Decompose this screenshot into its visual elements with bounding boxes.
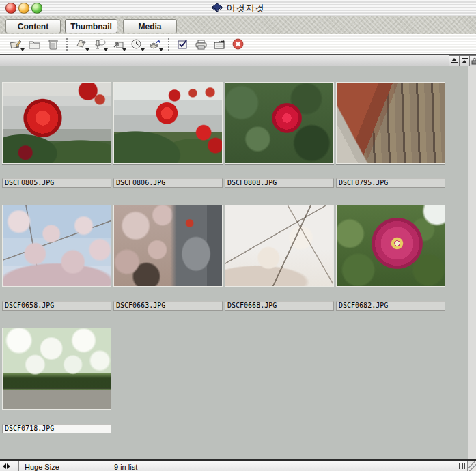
window-resize-grip[interactable] bbox=[467, 461, 476, 471]
voice-annotation-button[interactable] bbox=[90, 36, 109, 53]
trash-button[interactable] bbox=[44, 36, 62, 53]
thumbnail-cell: DSCF0795.JPG bbox=[336, 82, 445, 205]
filename-label[interactable]: DSCF0682.JPG bbox=[336, 301, 445, 311]
vertical-scrollbar[interactable] bbox=[468, 66, 476, 459]
dropdown-arrow-icon bbox=[122, 48, 126, 51]
sort-ascending-icon bbox=[451, 58, 457, 61]
status-bar: Huge Size 9 in list bbox=[0, 459, 476, 471]
size-popup[interactable]: Huge Size bbox=[25, 463, 59, 471]
thumbnail-image-dscf0795[interactable] bbox=[336, 82, 445, 164]
thumbnail-image-dscf0663[interactable] bbox=[113, 205, 223, 287]
move-to-top-icon bbox=[462, 60, 467, 63]
date-time-button[interactable] bbox=[127, 36, 145, 53]
thumbnail-image-dscf0805[interactable] bbox=[2, 82, 111, 164]
tab-media[interactable]: Media bbox=[123, 19, 177, 33]
filename-label[interactable]: DSCF0795.JPG bbox=[336, 178, 445, 188]
label-tag-button[interactable] bbox=[72, 36, 90, 53]
thumbnail-cell: DSCF0808.JPG bbox=[225, 82, 334, 205]
slideshow-clapper-icon bbox=[213, 38, 226, 50]
rotate-edit-button[interactable] bbox=[7, 36, 25, 53]
thumbnail-image-dscf0658[interactable] bbox=[2, 205, 111, 287]
dropdown-arrow-icon bbox=[141, 48, 145, 51]
thumbnail-cell: DSCF0718.JPG bbox=[2, 328, 111, 451]
thumbnail-cell: DSCF0806.JPG bbox=[113, 82, 223, 205]
stop-delete-icon bbox=[232, 38, 244, 50]
resize-button[interactable] bbox=[109, 36, 127, 53]
thumbnail-image-dscf0806[interactable] bbox=[113, 82, 223, 164]
thumbnail-grid: DSCF0805.JPG DSCF0806.JPG DSCF0808.JPG D… bbox=[2, 82, 445, 451]
tab-content[interactable]: Content bbox=[5, 19, 61, 33]
titlebar: 이것저것 bbox=[0, 0, 476, 16]
splitter-grip-icon[interactable] bbox=[459, 463, 465, 469]
filename-label-selected[interactable]: DSCF0718.JPG bbox=[2, 424, 111, 433]
print-button[interactable] bbox=[192, 36, 210, 53]
toolbar-separator bbox=[66, 38, 68, 51]
dropdown-arrow-icon bbox=[20, 48, 25, 51]
thumbnail-cell: DSCF0682.JPG bbox=[336, 205, 445, 328]
window-title: 이것저것 bbox=[227, 2, 265, 14]
trash-icon bbox=[48, 38, 59, 51]
statusbar-divider bbox=[18, 461, 19, 471]
filename-label[interactable]: DSCF0808.JPG bbox=[225, 178, 334, 188]
thumbnail-cell: DSCF0658.JPG bbox=[2, 205, 111, 328]
stop-delete-button[interactable] bbox=[229, 36, 247, 53]
thumbnail-cell: DSCF0668.JPG bbox=[225, 205, 334, 328]
thumbnail-cell: DSCF0805.JPG bbox=[2, 82, 111, 205]
toolbar bbox=[0, 34, 476, 55]
tab-bar: Content Thumbnail Media bbox=[0, 16, 476, 34]
lock-icon bbox=[471, 57, 476, 65]
filename-label[interactable]: DSCF0805.JPG bbox=[2, 178, 111, 188]
column-resize-icon[interactable] bbox=[3, 463, 10, 469]
filename-label[interactable]: DSCF0668.JPG bbox=[225, 301, 334, 311]
checkmark-select-icon bbox=[177, 39, 188, 50]
list-header bbox=[0, 55, 476, 66]
lock-button[interactable] bbox=[469, 55, 476, 66]
thumbnail-image-dscf0682[interactable] bbox=[336, 205, 445, 287]
checkmark-select-button[interactable] bbox=[173, 36, 192, 53]
filename-label[interactable]: DSCF0658.JPG bbox=[2, 301, 111, 311]
dropdown-arrow-icon bbox=[104, 48, 108, 51]
sort-ascending-button[interactable] bbox=[449, 55, 460, 66]
folder-icon bbox=[28, 39, 41, 50]
dropdown-arrow-icon bbox=[85, 48, 89, 51]
print-icon bbox=[195, 39, 208, 50]
toolbar-separator bbox=[168, 38, 169, 51]
statusbar-divider bbox=[109, 461, 109, 471]
tab-thumbnail[interactable]: Thumbnail bbox=[65, 19, 117, 33]
thumbnail-image-dscf0668[interactable] bbox=[225, 205, 334, 287]
export-send-button[interactable] bbox=[145, 36, 164, 53]
thumbnail-image-dscf0808[interactable] bbox=[225, 82, 334, 164]
filename-label[interactable]: DSCF0663.JPG bbox=[113, 301, 223, 311]
book-icon bbox=[212, 2, 223, 14]
item-count-label: 9 in list bbox=[114, 463, 137, 471]
move-to-top-button[interactable] bbox=[459, 55, 470, 66]
thumbnail-image-dscf0718[interactable] bbox=[2, 328, 111, 410]
thumbnail-view: DSCF0805.JPG DSCF0806.JPG DSCF0808.JPG D… bbox=[0, 66, 468, 459]
folder-button[interactable] bbox=[25, 36, 44, 53]
dropdown-arrow-icon bbox=[159, 48, 163, 51]
slideshow-button[interactable] bbox=[210, 36, 229, 53]
thumbnail-cell: DSCF0663.JPG bbox=[113, 205, 223, 328]
filename-label[interactable]: DSCF0806.JPG bbox=[113, 178, 223, 188]
